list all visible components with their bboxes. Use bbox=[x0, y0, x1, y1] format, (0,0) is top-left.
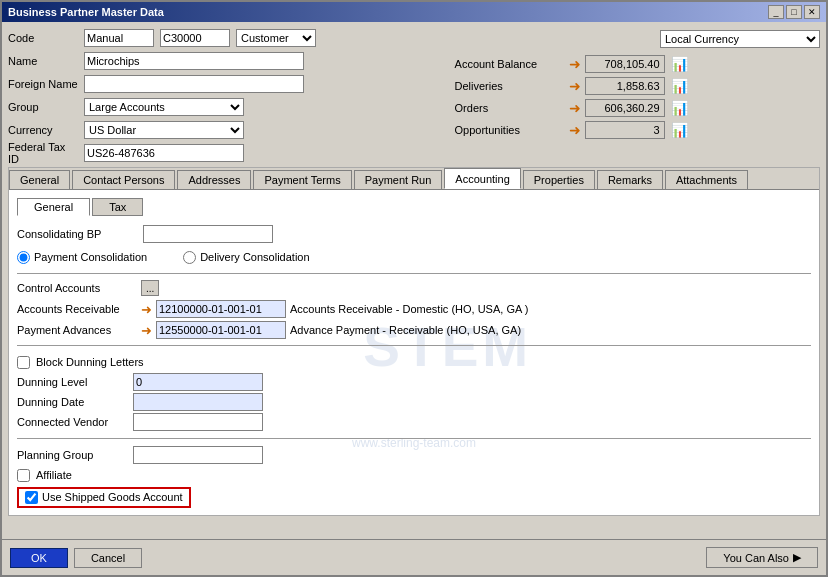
content-area: Code Customer Name Foreign Name bbox=[2, 22, 826, 539]
tab-payment-terms[interactable]: Payment Terms bbox=[253, 170, 351, 189]
account-balance-value: 708,105.40 bbox=[585, 55, 665, 73]
federal-tax-label: Federal Tax ID bbox=[8, 141, 78, 165]
foreign-name-input[interactable] bbox=[84, 75, 304, 93]
consolidating-bp-row: Consolidating BP bbox=[17, 224, 811, 244]
accounts-receivable-desc: Accounts Receivable - Domestic (HO, USA,… bbox=[290, 303, 528, 315]
opportunities-arrow: ➜ bbox=[569, 122, 581, 138]
consolidation-radio-group: Payment Consolidation Delivery Consolida… bbox=[17, 251, 310, 264]
window-title: Business Partner Master Data bbox=[8, 6, 164, 18]
group-row: Group Large Accounts bbox=[8, 97, 447, 117]
federal-tax-row: Federal Tax ID bbox=[8, 143, 447, 163]
dunning-level-input[interactable] bbox=[133, 373, 263, 391]
payment-advances-label: Payment Advances bbox=[17, 324, 137, 336]
connected-vendor-input[interactable] bbox=[133, 413, 263, 431]
planning-group-row: Planning Group bbox=[17, 445, 811, 465]
tab-attachments[interactable]: Attachments bbox=[665, 170, 748, 189]
currency-select[interactable]: US Dollar bbox=[84, 121, 244, 139]
tab-general[interactable]: General bbox=[9, 170, 70, 189]
you-can-also-label: You Can Also bbox=[723, 552, 789, 564]
name-row: Name bbox=[8, 51, 447, 71]
orders-value: 606,360.29 bbox=[585, 99, 665, 117]
block-dunning-checkbox[interactable] bbox=[17, 356, 30, 369]
use-shipped-box: Use Shipped Goods Account bbox=[17, 487, 191, 508]
block-dunning-label: Block Dunning Letters bbox=[36, 356, 144, 368]
local-currency-row: Local Currency bbox=[455, 30, 820, 48]
currency-row: Currency US Dollar bbox=[8, 120, 447, 140]
section-divider-3 bbox=[17, 438, 811, 439]
orders-label: Orders bbox=[455, 102, 565, 114]
you-can-also-button[interactable]: You Can Also ▶ bbox=[706, 547, 818, 568]
left-fields: Code Customer Name Foreign Name bbox=[8, 28, 447, 163]
payment-consolidation-radio-input[interactable] bbox=[17, 251, 30, 264]
payment-advances-code[interactable] bbox=[156, 321, 286, 339]
you-can-also-arrow: ▶ bbox=[793, 551, 801, 564]
planning-group-input[interactable] bbox=[133, 446, 263, 464]
code-row: Code Customer bbox=[8, 28, 447, 48]
bottom-left-buttons: OK Cancel bbox=[10, 548, 142, 568]
tab-payment-run[interactable]: Payment Run bbox=[354, 170, 443, 189]
tab-properties[interactable]: Properties bbox=[523, 170, 595, 189]
tab-contact-persons[interactable]: Contact Persons bbox=[72, 170, 175, 189]
minimize-button[interactable]: _ bbox=[768, 5, 784, 19]
opportunities-label: Opportunities bbox=[455, 124, 565, 136]
deliveries-label: Deliveries bbox=[455, 80, 565, 92]
type-select[interactable]: Customer bbox=[236, 29, 316, 47]
control-accounts-label: Control Accounts bbox=[17, 282, 137, 294]
deliveries-chart-icon[interactable]: 📊 bbox=[671, 78, 688, 94]
use-shipped-row: Use Shipped Goods Account bbox=[17, 487, 811, 507]
tab-remarks[interactable]: Remarks bbox=[597, 170, 663, 189]
name-input[interactable] bbox=[84, 52, 304, 70]
cancel-button[interactable]: Cancel bbox=[74, 548, 142, 568]
payment-advances-desc: Advance Payment - Receivable (HO, USA, G… bbox=[290, 324, 521, 336]
accounts-receivable-row: Accounts Receivable ➜ Accounts Receivabl… bbox=[17, 300, 811, 318]
main-window: Business Partner Master Data _ □ ✕ Code … bbox=[0, 0, 828, 577]
account-balance-arrow: ➜ bbox=[569, 56, 581, 72]
accounts-receivable-code[interactable] bbox=[156, 300, 286, 318]
delivery-consolidation-radio-input[interactable] bbox=[183, 251, 196, 264]
account-balance-label: Account Balance bbox=[455, 58, 565, 70]
tab-content-accounting: STEM www.sterling-team.com General Tax C… bbox=[9, 190, 819, 515]
tab-bar: General Contact Persons Addresses Paymen… bbox=[9, 168, 819, 190]
maximize-button[interactable]: □ bbox=[786, 5, 802, 19]
currency-label: Currency bbox=[8, 124, 78, 136]
tab-accounting[interactable]: Accounting bbox=[444, 168, 520, 189]
dunning-level-row: Dunning Level bbox=[17, 372, 811, 392]
opportunities-chart-icon[interactable]: 📊 bbox=[671, 122, 688, 138]
payment-advances-row: Payment Advances ➜ Advance Payment - Rec… bbox=[17, 321, 811, 339]
sub-tab-general[interactable]: General bbox=[17, 198, 90, 216]
section-divider-1 bbox=[17, 273, 811, 274]
dunning-date-input[interactable] bbox=[133, 393, 263, 411]
top-section: Code Customer Name Foreign Name bbox=[8, 28, 820, 163]
foreign-name-row: Foreign Name bbox=[8, 74, 447, 94]
code-input[interactable] bbox=[84, 29, 154, 47]
opportunities-value: 3 bbox=[585, 121, 665, 139]
control-accounts-header: Control Accounts ... bbox=[17, 280, 811, 296]
name-label: Name bbox=[8, 55, 78, 67]
federal-tax-input[interactable] bbox=[84, 144, 244, 162]
payment-advances-arrow: ➜ bbox=[141, 323, 152, 338]
payment-consolidation-radio: Payment Consolidation bbox=[17, 251, 147, 264]
group-select[interactable]: Large Accounts bbox=[84, 98, 244, 116]
payment-consolidation-label: Payment Consolidation bbox=[34, 251, 147, 263]
form-content: Consolidating BP Payment Consolidation bbox=[17, 224, 811, 507]
account-balance-chart-icon[interactable]: 📊 bbox=[671, 56, 688, 72]
deliveries-arrow: ➜ bbox=[569, 78, 581, 94]
delivery-consolidation-label: Delivery Consolidation bbox=[200, 251, 309, 263]
tab-addresses[interactable]: Addresses bbox=[177, 170, 251, 189]
use-shipped-checkbox[interactable] bbox=[25, 491, 38, 504]
control-accounts-dots-button[interactable]: ... bbox=[141, 280, 159, 296]
consolidating-bp-input[interactable] bbox=[143, 225, 273, 243]
close-button[interactable]: ✕ bbox=[804, 5, 820, 19]
sub-tab-tax[interactable]: Tax bbox=[92, 198, 143, 216]
account-balance-row: Account Balance ➜ 708,105.40 📊 bbox=[455, 54, 820, 74]
opportunities-row: Opportunities ➜ 3 📊 bbox=[455, 120, 820, 140]
local-currency-select[interactable]: Local Currency bbox=[660, 30, 820, 48]
orders-chart-icon[interactable]: 📊 bbox=[671, 100, 688, 116]
ok-button[interactable]: OK bbox=[10, 548, 68, 568]
affiliate-checkbox[interactable] bbox=[17, 469, 30, 482]
affiliate-label: Affiliate bbox=[36, 469, 72, 481]
code-id-input[interactable] bbox=[160, 29, 230, 47]
foreign-name-label: Foreign Name bbox=[8, 78, 78, 90]
accounts-receivable-label: Accounts Receivable bbox=[17, 303, 137, 315]
tabs-container: General Contact Persons Addresses Paymen… bbox=[8, 167, 820, 516]
